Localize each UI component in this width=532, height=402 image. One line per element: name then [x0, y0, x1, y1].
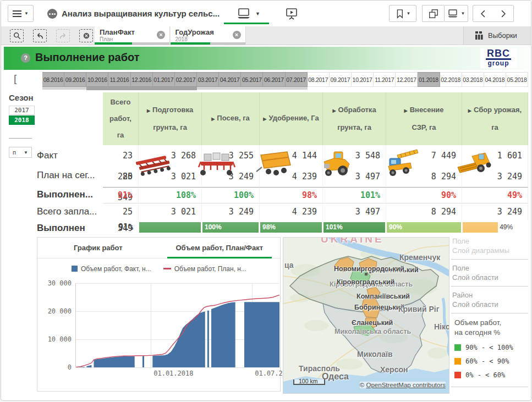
season-option-2017[interactable]: 2017	[9, 106, 35, 115]
map-label: Єланецький	[352, 319, 393, 327]
pct-bar	[139, 222, 201, 233]
tractor-icon	[317, 147, 357, 181]
month-cell-05.2017[interactable]: 05.2017	[241, 72, 263, 87]
y-tick-label: 20 000	[41, 307, 72, 315]
month-cell-04.2017[interactable]: 04.2017	[219, 72, 241, 87]
fact-area-segment[interactable]	[207, 311, 209, 368]
filter-tab-ПланФакт[interactable]: ПланФактПлан×	[95, 26, 170, 45]
month-cell-12.2017[interactable]: 12.2017	[396, 72, 418, 87]
bookmarks-button[interactable]: ▼	[389, 5, 416, 22]
chart-tabs: График работОбъем работ, План/Факт	[37, 238, 280, 258]
expand-arrow-icon[interactable]: ▶	[147, 108, 150, 113]
column-header[interactable]: ▶Обработкагрунта, га	[323, 92, 386, 145]
map-legend-item-2: 0% - < 60%	[454, 371, 528, 379]
pct-bar: 90%	[386, 222, 461, 233]
month-cell-01.2018[interactable]: 01.2018	[418, 72, 440, 87]
fact-area-segment[interactable]	[86, 365, 91, 367]
month-cell-08.2016[interactable]: 08.2016	[42, 72, 64, 87]
prev-sheet-button[interactable]	[473, 5, 493, 22]
month-cell-11.2017[interactable]: 11.2017	[374, 72, 396, 87]
sheet-button[interactable]	[237, 8, 251, 21]
season-option-2018[interactable]: 2018	[9, 115, 35, 125]
column-header[interactable]: ▶ВнесениеСЗР, га	[386, 92, 462, 145]
expand-arrow-icon[interactable]: ▶	[211, 117, 215, 122]
help-icon[interactable]: ?	[21, 53, 30, 63]
panel-field-2[interactable]: РайонСлой области	[451, 291, 528, 309]
header-line: работ,	[109, 111, 131, 127]
filter-tab-name: ПланФакт	[100, 28, 135, 36]
panel-field-0[interactable]: ПолеСлой диаграммы	[451, 237, 528, 255]
month-cell-10.2017[interactable]: 10.2017	[352, 72, 374, 87]
chart-tab-1[interactable]: Объем работ, План/Факт	[159, 238, 281, 258]
map-label: Херсон	[380, 365, 408, 374]
selections-tool-button[interactable]: Выборки	[463, 26, 531, 45]
month-cell-12.2016[interactable]: 12.2016	[131, 72, 153, 87]
month-cell-10.2016[interactable]: 10.2016	[86, 72, 108, 87]
column-header[interactable]: Всегоработ,га	[103, 92, 139, 145]
main-menu-button[interactable]: ▼	[8, 5, 34, 22]
month-cell-03.2018[interactable]: 03.2018	[462, 72, 484, 87]
step-back-button[interactable]	[33, 29, 47, 42]
panel-field-1[interactable]: ПолеСлой области	[451, 264, 528, 282]
month-cell-01.2017[interactable]: 01.2017	[153, 72, 175, 87]
presentation-button[interactable]	[285, 8, 298, 22]
column-header[interactable]: ▶Удобрение, Га	[260, 92, 323, 145]
pct-bar-cell: 91%	[103, 220, 139, 235]
month-cell-03.2017[interactable]: 03.2017	[197, 72, 219, 87]
mini-filter-dropdown[interactable]: п ▼	[9, 147, 32, 158]
fact-area-segment[interactable]	[94, 356, 135, 367]
smart-search-button[interactable]	[10, 29, 24, 42]
clear-selections-button[interactable]	[79, 29, 93, 42]
month-cell-08.2017[interactable]: 08.2017	[308, 72, 330, 87]
timeline-collapse-handle[interactable]: [	[14, 73, 17, 85]
sheet-chevron-down-icon[interactable]: ▼	[255, 11, 260, 16]
next-sheet-button[interactable]	[493, 5, 514, 22]
column-header[interactable]: ▶Посев, га	[202, 92, 260, 145]
month-cell-02.2017[interactable]: 02.2017	[175, 72, 197, 87]
bar-wrap: 98%	[260, 222, 323, 233]
pct-bar-cell: 90%	[386, 220, 462, 235]
month-cell-02.2018[interactable]: 02.2018	[440, 72, 462, 87]
month-cell-11.2016[interactable]: 11.2016	[108, 72, 130, 87]
sheet-icon	[237, 8, 251, 19]
duplicate-sheet-button[interactable]	[422, 5, 444, 22]
expand-arrow-icon[interactable]: ▶	[263, 117, 266, 122]
map-label: Нікоп	[434, 322, 449, 331]
fact-area-segment[interactable]	[244, 302, 279, 367]
city-marker	[365, 273, 368, 276]
pct-bar-cell: 98%	[260, 220, 323, 235]
month-cell-06.2017[interactable]: 06.2017	[263, 72, 285, 87]
step-forward-button[interactable]	[56, 29, 70, 42]
chevron-down-icon: ▼	[407, 11, 411, 16]
sheet-title: Выполнение работ	[35, 51, 140, 64]
column-header[interactable]: ▶Подготовкагрунта, га	[139, 92, 202, 145]
plan-total-value: 3 249	[462, 203, 528, 220]
header-line: грунта, га	[337, 119, 371, 136]
selections-grid-icon	[475, 31, 484, 40]
fact-area-segment[interactable]	[152, 312, 205, 368]
month-cell-09.2017[interactable]: 09.2017	[330, 72, 352, 87]
plan-total-value: 4 239	[260, 203, 323, 220]
filter-tab-ГодУрожая[interactable]: ГодУрожая2018×	[171, 26, 246, 45]
regions-map[interactable]: UKRAINEКременчукЗнам'янськийНовомиргород…	[283, 237, 449, 394]
expand-arrow-icon[interactable]: ▶	[404, 108, 408, 113]
close-icon[interactable]: ×	[233, 31, 241, 39]
osm-link[interactable]: OpenStreetMap contributors	[366, 382, 446, 388]
month-cell-09.2016[interactable]: 09.2016	[64, 72, 86, 87]
close-icon[interactable]: ×	[157, 31, 165, 39]
header-line: ▶Подготовка	[147, 102, 193, 119]
month-cell-04.2018[interactable]: 04.2018	[484, 72, 506, 87]
app-options-icon[interactable]	[47, 9, 57, 19]
month-cell-07.2017[interactable]: 07.2017	[286, 72, 308, 87]
pct-bar-cell: 100%	[202, 220, 260, 235]
volume-area-chart[interactable]	[76, 283, 281, 367]
sheet-list-button[interactable]: ▼	[444, 5, 468, 22]
expand-arrow-icon[interactable]: ▶	[332, 108, 336, 113]
month-cell-05.2018[interactable]: 05.2018	[506, 72, 528, 87]
column-header[interactable]: ▶Сбор урожая,га	[462, 92, 528, 145]
expand-arrow-icon[interactable]: ▶	[468, 108, 471, 113]
header-line: грунта, га	[153, 119, 187, 136]
fact-area-segment[interactable]	[211, 302, 235, 367]
chart-tab-0[interactable]: График работ	[37, 238, 159, 258]
fact-area-segment[interactable]	[142, 356, 144, 367]
